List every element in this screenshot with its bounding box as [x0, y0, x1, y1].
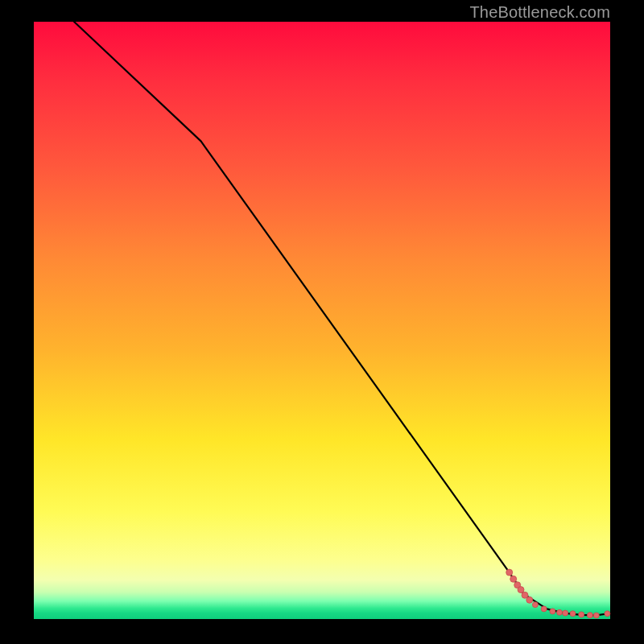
data-marker: [550, 609, 555, 614]
data-marker: [570, 611, 576, 617]
data-marker: [579, 612, 584, 617]
chart-frame: TheBottleneck.com: [0, 0, 644, 644]
marker-group: [506, 569, 610, 618]
data-marker: [593, 613, 599, 618]
chart-overlay: [34, 22, 610, 619]
curve-line: [74, 22, 607, 616]
data-marker: [557, 609, 563, 615]
data-marker: [587, 613, 592, 618]
watermark-text: TheBottleneck.com: [469, 3, 610, 22]
data-marker: [526, 597, 533, 603]
data-marker: [506, 569, 513, 576]
data-marker: [532, 602, 538, 608]
data-marker: [518, 587, 524, 593]
data-marker: [563, 610, 568, 616]
data-marker: [541, 606, 547, 612]
data-marker: [510, 576, 517, 582]
data-marker: [605, 611, 610, 617]
